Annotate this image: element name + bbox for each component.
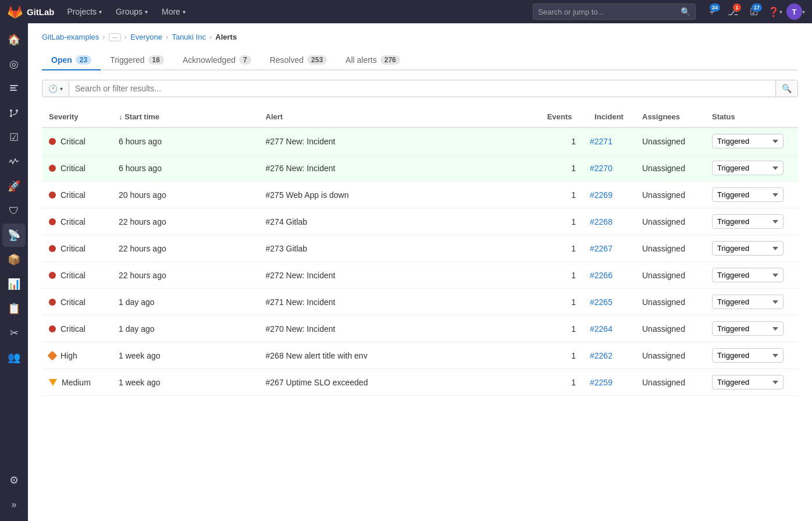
cell-incident[interactable]: #2268 [583, 208, 635, 235]
global-search[interactable]: Search or jump to... 🔍 [533, 3, 696, 20]
cell-incident[interactable]: #2262 [583, 342, 635, 369]
cell-assignees: Unassigned [635, 155, 705, 182]
cell-alert: #275 Web App is down [259, 182, 536, 208]
incident-link[interactable]: #2270 [590, 164, 612, 173]
svg-point-5 [16, 109, 18, 112]
cell-incident[interactable]: #2259 [583, 369, 635, 396]
incident-link[interactable]: #2265 [590, 297, 612, 307]
sidebar-item-analytics[interactable]: 📊 [2, 272, 26, 296]
status-select[interactable]: TriggeredAcknowledgedResolved [712, 241, 783, 256]
severity-medium-icon [49, 379, 57, 386]
cell-status[interactable]: TriggeredAcknowledgedResolved [705, 182, 798, 208]
breadcrumb-project[interactable]: Tanuki Inc [172, 33, 206, 41]
filter-input[interactable] [69, 80, 775, 97]
cell-status[interactable]: TriggeredAcknowledgedResolved [705, 369, 798, 396]
cell-incident[interactable]: #2271 [583, 127, 635, 155]
nav-projects[interactable]: Projects ▾ [62, 0, 108, 23]
status-select[interactable]: TriggeredAcknowledgedResolved [712, 348, 783, 363]
status-select[interactable]: TriggeredAcknowledgedResolved [712, 134, 783, 148]
cell-alert: #267 Uptime SLO exceeded [259, 369, 536, 396]
severity-label: Critical [60, 297, 86, 307]
severity-critical-icon [49, 138, 56, 145]
cell-status[interactable]: TriggeredAcknowledgedResolved [705, 155, 798, 182]
incident-link[interactable]: #2262 [590, 351, 612, 360]
sidebar-item-security[interactable]: 🛡 [2, 199, 26, 222]
todo-button[interactable]: ☑ 17 [745, 2, 763, 21]
sidebar-item-todo[interactable]: ☑ [2, 126, 26, 149]
tab-acknowledged[interactable]: Acknowledged7 [173, 51, 261, 70]
sidebar-item-monitor[interactable]: 📡 [2, 224, 26, 247]
cell-assignees: Unassigned [635, 262, 705, 289]
help-button[interactable]: ❓ ▾ [765, 2, 784, 21]
sidebar-item-home[interactable]: 🏠 [2, 28, 26, 51]
sidebar-item-issues[interactable]: ◎ [2, 52, 26, 76]
cell-status[interactable]: TriggeredAcknowledgedResolved [705, 342, 798, 369]
cell-incident[interactable]: #2267 [583, 235, 635, 262]
cell-status[interactable]: TriggeredAcknowledgedResolved [705, 316, 798, 342]
user-avatar-button[interactable]: T ▾ [786, 2, 805, 21]
cell-events: 1 [536, 369, 583, 396]
incident-link[interactable]: #2269 [590, 190, 612, 200]
cell-status[interactable]: TriggeredAcknowledgedResolved [705, 235, 798, 262]
incident-link[interactable]: #2259 [590, 378, 612, 387]
cell-time: 6 hours ago [112, 155, 259, 182]
incident-link[interactable]: #2271 [590, 137, 612, 146]
cell-status[interactable]: TriggeredAcknowledgedResolved [705, 289, 798, 316]
tab-label: Resolved [270, 55, 304, 65]
status-select[interactable]: TriggeredAcknowledgedResolved [712, 268, 783, 282]
cell-status[interactable]: TriggeredAcknowledgedResolved [705, 262, 798, 289]
expand-sidebar-button[interactable]: » [2, 493, 26, 516]
status-select[interactable]: TriggeredAcknowledgedResolved [712, 295, 783, 309]
sidebar-item-deploy[interactable]: 🚀 [2, 175, 26, 198]
sidebar-item-settings[interactable]: ⚙ [2, 469, 26, 492]
incident-link[interactable]: #2268 [590, 217, 612, 226]
sidebar-item-activity[interactable] [2, 150, 26, 173]
cell-time: 1 day ago [112, 316, 259, 342]
cell-incident[interactable]: #2270 [583, 155, 635, 182]
cell-severity: Medium [42, 369, 112, 396]
cell-incident[interactable]: #2269 [583, 182, 635, 208]
th-incident: Incident [583, 107, 635, 127]
status-select[interactable]: TriggeredAcknowledgedResolved [712, 161, 783, 175]
th-start_time[interactable]: ↓ Start time [112, 107, 259, 127]
sidebar-item-snippets[interactable] [2, 77, 26, 100]
breadcrumb-group[interactable]: Everyone [130, 33, 162, 41]
sidebar-item-tools[interactable]: ✂ [2, 321, 26, 345]
svg-point-4 [10, 115, 12, 117]
cell-incident[interactable]: #2266 [583, 262, 635, 289]
sidebar-item-wiki[interactable]: 📋 [2, 297, 26, 320]
cell-incident[interactable]: #2265 [583, 289, 635, 316]
merge-requests-button[interactable]: ⎇ 1 [724, 2, 742, 21]
table-row: Critical22 hours ago#273 Gitlab1#2267Una… [42, 235, 798, 262]
breadcrumb-current: Alerts [215, 33, 237, 41]
status-select[interactable]: TriggeredAcknowledgedResolved [712, 321, 783, 336]
tab-all[interactable]: All alerts276 [336, 51, 409, 70]
incident-link[interactable]: #2267 [590, 244, 612, 253]
new-item-button[interactable]: ＋ 24 [703, 2, 721, 21]
tab-resolved[interactable]: Resolved253 [261, 51, 336, 70]
status-select[interactable]: TriggeredAcknowledgedResolved [712, 214, 783, 229]
cell-incident[interactable]: #2264 [583, 316, 635, 342]
nav-groups[interactable]: Groups ▾ [110, 0, 154, 23]
nav-more[interactable]: More ▾ [156, 0, 191, 23]
incident-link[interactable]: #2264 [590, 324, 612, 334]
sidebar-item-members[interactable]: 👥 [2, 346, 26, 369]
gitlab-logo[interactable]: GitLab [7, 3, 55, 20]
severity-label: Critical [60, 324, 86, 334]
sidebar-item-merge-requests[interactable] [2, 101, 26, 125]
breadcrumb-root[interactable]: GitLab-examples [42, 33, 99, 41]
incident-link[interactable]: #2266 [590, 271, 612, 280]
cell-status[interactable]: TriggeredAcknowledgedResolved [705, 208, 798, 235]
status-select[interactable]: TriggeredAcknowledgedResolved [712, 375, 783, 389]
tab-open[interactable]: Open23 [42, 51, 101, 70]
breadcrumb-dots[interactable]: ··· [109, 33, 121, 41]
status-select[interactable]: TriggeredAcknowledgedResolved [712, 187, 783, 202]
tab-triggered[interactable]: Triggered16 [101, 51, 173, 70]
th-status: Status [705, 107, 798, 127]
search-history-button[interactable]: 🕐 ▾ [42, 81, 69, 97]
cell-status[interactable]: TriggeredAcknowledgedResolved [705, 127, 798, 155]
sidebar-item-packages[interactable]: 📦 [2, 248, 26, 271]
table-row: Critical1 day ago#270 New: Incident1#226… [42, 316, 798, 342]
severity-critical-icon [49, 272, 56, 279]
search-submit-button[interactable]: 🔍 [775, 80, 797, 97]
